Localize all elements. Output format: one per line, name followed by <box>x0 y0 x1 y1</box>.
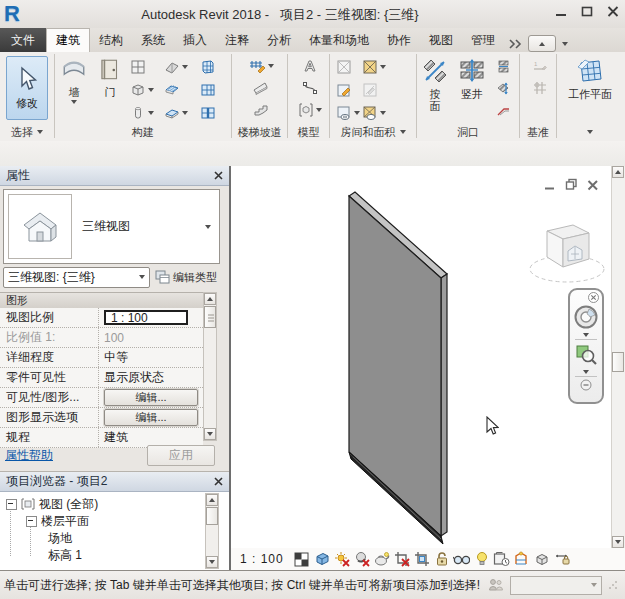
property-row-view-scale[interactable]: 视图比例 1 : 100 <box>0 308 203 328</box>
floor-button[interactable] <box>164 101 200 124</box>
close-project-browser-icon[interactable] <box>214 477 223 486</box>
component-button[interactable] <box>130 78 164 101</box>
tab-structure[interactable]: 结构 <box>90 29 132 52</box>
sun-path-off-icon[interactable] <box>333 551 350 568</box>
panel-label-datum[interactable]: 基准 <box>520 124 556 140</box>
panel-label-model[interactable]: 模型 <box>288 124 329 140</box>
tag-room-button[interactable] <box>362 55 396 78</box>
rendering-dialog-icon[interactable] <box>373 551 390 568</box>
shaft-button[interactable]: 竖井 <box>453 55 491 100</box>
tree-item-views[interactable]: 视图 (全部) <box>6 496 98 512</box>
collapse-floor-plans-icon[interactable] <box>26 516 37 527</box>
tab-annotate[interactable]: 注释 <box>216 29 258 52</box>
workplane-button[interactable]: 工作平面 <box>559 55 621 100</box>
level-button-disabled[interactable]: 1 <box>529 55 548 77</box>
roof-button[interactable] <box>164 55 200 78</box>
drawing-area[interactable]: 1 : 100 <box>229 166 625 570</box>
modify-button[interactable]: 修改 <box>6 56 48 120</box>
tab-massing-site[interactable]: 体量和场地 <box>300 29 378 52</box>
ramp-button[interactable] <box>249 77 270 99</box>
tab-overflow-icon[interactable] <box>508 39 522 49</box>
tab-view[interactable]: 视图 <box>420 29 462 52</box>
visibility-graphics-edit-button[interactable]: 编辑... <box>104 389 198 406</box>
tab-collaborate[interactable]: 协作 <box>378 29 420 52</box>
view-minimize-icon[interactable] <box>544 179 556 191</box>
room-separator-button[interactable] <box>336 78 362 101</box>
view-restore-icon[interactable] <box>565 178 578 191</box>
project-browser-scrollbar[interactable] <box>205 493 219 569</box>
minimize-window-icon[interactable] <box>555 5 567 17</box>
tab-systems[interactable]: 系统 <box>132 29 174 52</box>
tree-item-level-1[interactable]: 标高 1 <box>48 547 82 563</box>
curtain-grid-button[interactable] <box>200 78 230 101</box>
properties-help-link[interactable]: 属性帮助 <box>5 447 147 464</box>
wall-button[interactable]: 墙 <box>55 55 93 104</box>
wall-opening-button[interactable] <box>493 55 511 77</box>
zoom-tool-icon[interactable] <box>574 342 598 366</box>
design-options-select[interactable] <box>510 576 602 595</box>
maximize-window-icon[interactable] <box>581 5 593 17</box>
opening-by-face-button[interactable]: 按面 <box>417 55 453 112</box>
crop-view-off-icon[interactable] <box>393 551 410 568</box>
reveal-constraints-icon[interactable] <box>553 551 570 568</box>
navigation-bar[interactable] <box>568 288 604 404</box>
viewcube[interactable] <box>527 211 613 289</box>
wall-3d-element[interactable] <box>337 188 462 553</box>
tab-architecture[interactable]: 建筑 <box>46 28 90 52</box>
steering-wheel-icon[interactable] <box>573 304 599 330</box>
ribbon-display-toggle[interactable] <box>528 35 556 52</box>
area-button[interactable] <box>336 101 362 124</box>
properties-scrollbar[interactable] <box>203 292 217 441</box>
canvas-scrollbar[interactable] <box>611 166 625 548</box>
view-scale-value[interactable]: 1 : 100 <box>104 310 188 325</box>
close-window-icon[interactable] <box>607 5 619 17</box>
displacement-sets-icon[interactable] <box>533 551 550 568</box>
navbar-options-icon[interactable] <box>580 379 592 391</box>
dormer-button[interactable] <box>493 99 511 121</box>
properties-header[interactable]: 属性 <box>0 166 229 186</box>
room-button[interactable] <box>336 55 362 78</box>
detail-level-icon[interactable] <box>293 551 310 568</box>
project-browser-header[interactable]: 项目浏览器 - 项目2 <box>0 472 229 492</box>
tag-room-disabled-button[interactable] <box>362 78 396 101</box>
model-line-button[interactable] <box>299 77 318 99</box>
shadows-off-icon[interactable] <box>353 551 370 568</box>
analytical-model-icon[interactable] <box>513 551 530 568</box>
type-selector[interactable]: 三维视图 <box>3 189 220 264</box>
tab-insert[interactable]: 插入 <box>174 29 216 52</box>
lock-3d-view-icon[interactable] <box>433 551 450 568</box>
property-row-parts-visibility[interactable]: 零件可见性 显示原状态 <box>0 368 203 388</box>
instance-selector[interactable]: 三维视图: {三维} <box>3 267 150 288</box>
vertical-opening-button[interactable] <box>493 77 511 99</box>
tab-file[interactable]: 文件 <box>0 28 46 52</box>
tab-analyze[interactable]: 分析 <box>258 29 300 52</box>
stair-button[interactable] <box>249 99 270 121</box>
graphics-section-header[interactable]: 图形 <box>0 292 215 309</box>
panel-label-stairs[interactable]: 楼梯坡道 <box>232 124 287 140</box>
property-row-detail-level[interactable]: 详细程度 中等 <box>0 348 203 368</box>
view-scale-button[interactable]: 1 : 100 <box>240 552 290 566</box>
panel-label-workplane[interactable] <box>557 124 623 140</box>
zoom-options-dropdown-icon[interactable] <box>583 370 589 374</box>
edit-type-button[interactable]: 编辑类型 <box>155 270 217 285</box>
graphic-display-edit-button[interactable]: 编辑... <box>104 409 198 426</box>
mullion-button[interactable] <box>200 101 230 124</box>
ceiling-button[interactable] <box>164 78 200 101</box>
model-group-button[interactable] <box>295 99 322 121</box>
show-crop-region-icon[interactable] <box>413 551 430 568</box>
apply-button[interactable]: 应用 <box>147 445 215 466</box>
view-close-icon[interactable] <box>587 179 599 191</box>
collapse-views-icon[interactable] <box>6 499 17 510</box>
panel-label-build[interactable]: 构建 <box>55 124 231 140</box>
tree-item-site[interactable]: 场地 <box>48 530 72 546</box>
window-button[interactable] <box>130 55 164 78</box>
wheel-options-dropdown-icon[interactable] <box>583 333 589 337</box>
ribbon-display-dropdown-icon[interactable] <box>562 42 568 46</box>
type-selector-dropdown-icon[interactable] <box>205 225 211 229</box>
panel-label-select[interactable]: 选择 <box>0 124 54 140</box>
navbar-close-icon[interactable] <box>588 292 599 303</box>
railing-button[interactable] <box>245 55 274 77</box>
curtain-system-button[interactable] <box>200 55 230 78</box>
grid-button-disabled[interactable] <box>529 77 548 99</box>
temporary-view-properties-icon[interactable] <box>493 551 510 568</box>
